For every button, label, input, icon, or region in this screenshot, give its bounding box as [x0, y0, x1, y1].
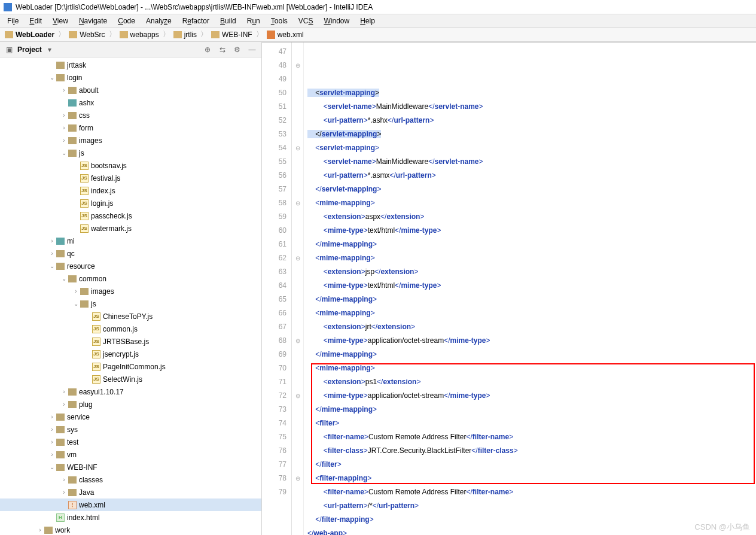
tree-node-resource[interactable]: ⌄resource [0, 260, 261, 272]
fold-column[interactable]: ⊖⊖⊖⊖⊖⊖⊖ [292, 42, 304, 535]
tree-node-images[interactable]: ›images [0, 285, 261, 297]
chevron-icon: 〉 [256, 29, 263, 39]
tree-node-easyui1.10.17[interactable]: ›easyui1.10.17 [0, 385, 261, 398]
project-folder-icon: ▣ [5, 45, 14, 54]
menu-vcs[interactable]: VCS [294, 16, 318, 26]
main: ▣ Project ▾ ⊕ ⇆ ⚙ — jrttask⌄login›aboult… [0, 42, 756, 535]
project-panel: ▣ Project ▾ ⊕ ⇆ ⚙ — jrttask⌄login›aboult… [0, 42, 262, 535]
code-area[interactable]: <servlet-mapping> <servlet-name>MainMidd… [304, 42, 756, 535]
project-label[interactable]: Project [17, 45, 42, 54]
tree-node-selectwin.js[interactable]: JSSelectWin.js [0, 373, 261, 385]
crumb-web-inf[interactable]: WEB-INF [210, 30, 254, 39]
menu-analyze[interactable]: Analyze [141, 16, 176, 26]
editor-area: BlackListTest.java×Login.html×frmDownLoa… [262, 42, 756, 535]
gutter: 4748495051525354555657585960616263646566… [262, 42, 292, 535]
menu-tools[interactable]: Tools [266, 16, 292, 26]
title-bar: WebLoader [D:\jrtlis\Code\WebLoader] - .… [0, 0, 756, 14]
tree-node-common.js[interactable]: JScommon.js [0, 323, 261, 335]
tree-node-service[interactable]: ›service [0, 411, 261, 423]
window-title: WebLoader [D:\jrtlis\Code\WebLoader] - .… [16, 3, 373, 11]
tree-node-images[interactable]: ›images [0, 134, 261, 147]
chevron-down-icon[interactable]: ▾ [45, 45, 54, 54]
chevron-icon: 〉 [109, 29, 116, 39]
menu-file[interactable]: File [2, 16, 23, 26]
menu-help[interactable]: Help [355, 16, 380, 26]
tree-node-jrtbsbase.js[interactable]: JSJRTBSBase.js [0, 335, 261, 348]
tree-node-vm[interactable]: ›vm [0, 448, 261, 461]
tree-node-login.js[interactable]: JSlogin.js [0, 197, 261, 209]
project-tree[interactable]: jrttask⌄login›aboultashx›css›form›images… [0, 57, 261, 535]
tree-node-classes[interactable]: ›classes [0, 473, 261, 486]
tree-node-java[interactable]: ›Java [0, 486, 261, 498]
tree-node-jrttask[interactable]: jrttask [0, 59, 261, 71]
tree-node-js[interactable]: ⌄js [0, 147, 261, 159]
tree-node-jsencrypt.js[interactable]: JSjsencrypt.js [0, 348, 261, 360]
crumb-webapps[interactable]: webapps [118, 30, 160, 39]
tree-node-passcheck.js[interactable]: JSpasscheck.js [0, 209, 261, 222]
crumb-webloader[interactable]: WebLoader [4, 30, 56, 39]
breadcrumb: WebLoader〉WebSrc〉webapps〉jrtlis〉WEB-INF〉… [0, 28, 756, 42]
tree-node-common[interactable]: ⌄common [0, 272, 261, 285]
chevron-icon: 〉 [200, 29, 208, 39]
tree-node-web-inf[interactable]: ⌄WEB-INF [0, 461, 261, 473]
tree-node-festival.js[interactable]: JSfestival.js [0, 172, 261, 184]
tree-node-watermark.js[interactable]: JSwatermark.js [0, 222, 261, 235]
tree-node-pageinitcommon.js[interactable]: JSPageInitCommon.js [0, 360, 261, 373]
select-opened-icon[interactable]: ⊕ [203, 45, 212, 54]
tree-node-mi[interactable]: ›mi [0, 235, 261, 247]
watermark: CSDN @小乌鱼 [694, 522, 750, 533]
tree-node-aboult[interactable]: ›aboult [0, 84, 261, 96]
menu-bar: FileEditViewNavigateCodeAnalyzeRefactorB… [0, 14, 756, 28]
crumb-web.xml[interactable]: web.xml [266, 30, 305, 39]
chevron-icon: 〉 [58, 29, 65, 39]
tree-node-ashx[interactable]: ashx [0, 96, 261, 109]
menu-build[interactable]: Build [215, 16, 241, 26]
tree-node-plug[interactable]: ›plug [0, 398, 261, 411]
tree-node-css[interactable]: ›css [0, 109, 261, 121]
menu-navigate[interactable]: Navigate [74, 16, 112, 26]
tree-node-chinesetopy.js[interactable]: JSChineseToPY.js [0, 310, 261, 323]
tree-node-index.html[interactable]: Hindex.html [0, 511, 261, 524]
tree-node-bootsnav.js[interactable]: JSbootsnav.js [0, 159, 261, 172]
menu-code[interactable]: Code [113, 16, 140, 26]
app-icon [4, 3, 12, 11]
chevron-icon: 〉 [163, 29, 170, 39]
editor: 4748495051525354555657585960616263646566… [262, 42, 756, 535]
menu-edit[interactable]: Edit [25, 16, 47, 26]
tree-node-js[interactable]: ⌄js [0, 297, 261, 310]
highlight-box [311, 363, 755, 484]
tree-node-index.js[interactable]: JSindex.js [0, 184, 261, 197]
crumb-websrc[interactable]: WebSrc [68, 30, 106, 39]
tree-node-qc[interactable]: ›qc [0, 247, 261, 260]
expand-all-icon[interactable]: ⇆ [218, 45, 227, 54]
tree-node-work[interactable]: ›work [0, 524, 261, 535]
menu-window[interactable]: Window [319, 16, 355, 26]
hide-icon[interactable]: — [248, 45, 257, 54]
menu-refactor[interactable]: Refactor [178, 16, 214, 26]
tree-node-test[interactable]: ›test [0, 436, 261, 448]
crumb-jrtlis[interactable]: jrtlis [172, 30, 198, 39]
gear-icon[interactable]: ⚙ [233, 45, 242, 54]
menu-view[interactable]: View [48, 16, 73, 26]
project-toolbar: ▣ Project ▾ ⊕ ⇆ ⚙ — [0, 42, 261, 57]
menu-run[interactable]: Run [242, 16, 265, 26]
tree-node-sys[interactable]: ›sys [0, 423, 261, 436]
tree-node-web.xml[interactable]: ⋮web.xml [0, 498, 261, 511]
tree-node-login[interactable]: ⌄login [0, 71, 261, 84]
tree-node-form[interactable]: ›form [0, 121, 261, 134]
